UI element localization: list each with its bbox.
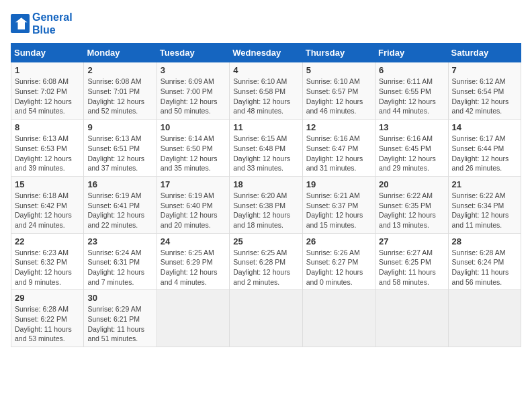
day-cell-21: 21Sunrise: 6:22 AM Sunset: 6:34 PM Dayli… <box>448 176 521 233</box>
day-details: Sunrise: 6:17 AM Sunset: 6:44 PM Dayligh… <box>452 134 517 173</box>
empty-cell <box>448 290 521 347</box>
day-cell-17: 17Sunrise: 6:19 AM Sunset: 6:40 PM Dayli… <box>157 176 229 233</box>
empty-cell <box>375 290 448 347</box>
day-cell-15: 15Sunrise: 6:18 AM Sunset: 6:42 PM Dayli… <box>11 176 84 233</box>
day-number: 25 <box>233 236 298 246</box>
day-details: Sunrise: 6:19 AM Sunset: 6:40 PM Dayligh… <box>161 191 226 230</box>
header-row: SundayMondayTuesdayWednesdayThursdayFrid… <box>11 44 521 62</box>
day-number: 16 <box>87 179 152 189</box>
day-details: Sunrise: 6:25 AM Sunset: 6:28 PM Dayligh… <box>233 248 298 287</box>
day-details: Sunrise: 6:10 AM Sunset: 6:57 PM Dayligh… <box>306 77 371 116</box>
day-number: 26 <box>306 236 371 246</box>
header-cell-monday: Monday <box>84 44 157 62</box>
day-cell-29: 29Sunrise: 6:28 AM Sunset: 6:22 PM Dayli… <box>11 290 84 347</box>
day-cell-27: 27Sunrise: 6:27 AM Sunset: 6:25 PM Dayli… <box>375 233 448 290</box>
day-details: Sunrise: 6:28 AM Sunset: 6:22 PM Dayligh… <box>15 304 80 344</box>
day-details: Sunrise: 6:08 AM Sunset: 7:02 PM Dayligh… <box>15 77 80 116</box>
day-details: Sunrise: 6:18 AM Sunset: 6:42 PM Dayligh… <box>15 191 80 230</box>
calendar-week-row: 8Sunrise: 6:13 AM Sunset: 6:53 PM Daylig… <box>11 120 521 177</box>
day-cell-28: 28Sunrise: 6:28 AM Sunset: 6:24 PM Dayli… <box>448 233 521 290</box>
day-cell-6: 6Sunrise: 6:11 AM Sunset: 6:55 PM Daylig… <box>375 62 448 120</box>
day-cell-4: 4Sunrise: 6:10 AM Sunset: 6:58 PM Daylig… <box>230 62 302 120</box>
day-cell-2: 2Sunrise: 6:08 AM Sunset: 7:01 PM Daylig… <box>84 62 157 120</box>
day-number: 20 <box>379 179 444 189</box>
empty-cell <box>302 290 375 347</box>
header-cell-thursday: Thursday <box>302 44 375 62</box>
day-details: Sunrise: 6:13 AM Sunset: 6:51 PM Dayligh… <box>87 134 152 173</box>
header-cell-wednesday: Wednesday <box>230 44 302 62</box>
day-number: 14 <box>452 122 517 132</box>
day-cell-25: 25Sunrise: 6:25 AM Sunset: 6:28 PM Dayli… <box>230 233 302 290</box>
day-number: 28 <box>452 236 517 246</box>
day-details: Sunrise: 6:10 AM Sunset: 6:58 PM Dayligh… <box>233 77 298 116</box>
day-details: Sunrise: 6:28 AM Sunset: 6:24 PM Dayligh… <box>452 248 517 287</box>
day-cell-13: 13Sunrise: 6:16 AM Sunset: 6:45 PM Dayli… <box>375 120 448 177</box>
day-cell-8: 8Sunrise: 6:13 AM Sunset: 6:53 PM Daylig… <box>11 120 84 177</box>
day-details: Sunrise: 6:08 AM Sunset: 7:01 PM Dayligh… <box>87 77 152 116</box>
day-number: 18 <box>233 179 298 189</box>
day-cell-22: 22Sunrise: 6:23 AM Sunset: 6:32 PM Dayli… <box>11 233 84 290</box>
calendar-body: 1Sunrise: 6:08 AM Sunset: 7:02 PM Daylig… <box>11 62 521 347</box>
day-cell-10: 10Sunrise: 6:14 AM Sunset: 6:50 PM Dayli… <box>157 120 229 177</box>
day-number: 6 <box>379 65 444 75</box>
day-details: Sunrise: 6:21 AM Sunset: 6:37 PM Dayligh… <box>306 191 371 230</box>
calendar-week-row: 15Sunrise: 6:18 AM Sunset: 6:42 PM Dayli… <box>11 176 521 233</box>
header-cell-friday: Friday <box>375 44 448 62</box>
day-cell-3: 3Sunrise: 6:09 AM Sunset: 7:00 PM Daylig… <box>157 62 229 120</box>
day-cell-14: 14Sunrise: 6:17 AM Sunset: 6:44 PM Dayli… <box>448 120 521 177</box>
day-number: 5 <box>306 65 371 75</box>
day-cell-16: 16Sunrise: 6:19 AM Sunset: 6:41 PM Dayli… <box>84 176 157 233</box>
calendar-week-row: 22Sunrise: 6:23 AM Sunset: 6:32 PM Dayli… <box>11 233 521 290</box>
day-number: 21 <box>452 179 517 189</box>
header-cell-sunday: Sunday <box>11 44 84 62</box>
day-details: Sunrise: 6:15 AM Sunset: 6:48 PM Dayligh… <box>233 134 298 173</box>
day-details: Sunrise: 6:27 AM Sunset: 6:25 PM Dayligh… <box>379 248 444 287</box>
day-number: 15 <box>15 179 80 189</box>
logo: General Blue <box>11 11 73 36</box>
day-cell-12: 12Sunrise: 6:16 AM Sunset: 6:47 PM Dayli… <box>302 120 375 177</box>
day-cell-30: 30Sunrise: 6:29 AM Sunset: 6:21 PM Dayli… <box>84 290 157 347</box>
day-details: Sunrise: 6:11 AM Sunset: 6:55 PM Dayligh… <box>379 77 444 116</box>
day-details: Sunrise: 6:23 AM Sunset: 6:32 PM Dayligh… <box>15 248 80 287</box>
day-number: 11 <box>233 122 298 132</box>
calendar-week-row: 1Sunrise: 6:08 AM Sunset: 7:02 PM Daylig… <box>11 62 521 120</box>
header-cell-saturday: Saturday <box>448 44 521 62</box>
day-cell-7: 7Sunrise: 6:12 AM Sunset: 6:54 PM Daylig… <box>448 62 521 120</box>
day-number: 9 <box>87 122 152 132</box>
day-cell-19: 19Sunrise: 6:21 AM Sunset: 6:37 PM Dayli… <box>302 176 375 233</box>
day-number: 30 <box>87 293 152 303</box>
logo-text: General Blue <box>32 11 73 36</box>
day-details: Sunrise: 6:16 AM Sunset: 6:47 PM Dayligh… <box>306 134 371 173</box>
day-number: 7 <box>452 65 517 75</box>
day-details: Sunrise: 6:25 AM Sunset: 6:29 PM Dayligh… <box>161 248 226 287</box>
day-number: 27 <box>379 236 444 246</box>
day-cell-18: 18Sunrise: 6:20 AM Sunset: 6:38 PM Dayli… <box>230 176 302 233</box>
day-details: Sunrise: 6:26 AM Sunset: 6:27 PM Dayligh… <box>306 248 371 287</box>
day-details: Sunrise: 6:16 AM Sunset: 6:45 PM Dayligh… <box>379 134 444 173</box>
empty-cell <box>157 290 229 347</box>
day-number: 4 <box>233 65 298 75</box>
day-number: 19 <box>306 179 371 189</box>
day-details: Sunrise: 6:22 AM Sunset: 6:35 PM Dayligh… <box>379 191 444 230</box>
header: General Blue <box>11 11 521 36</box>
calendar-header: SundayMondayTuesdayWednesdayThursdayFrid… <box>11 44 521 62</box>
calendar-table: SundayMondayTuesdayWednesdayThursdayFrid… <box>11 43 521 347</box>
day-number: 17 <box>161 179 226 189</box>
day-number: 13 <box>379 122 444 132</box>
day-number: 24 <box>161 236 226 246</box>
day-cell-1: 1Sunrise: 6:08 AM Sunset: 7:02 PM Daylig… <box>11 62 84 120</box>
day-details: Sunrise: 6:14 AM Sunset: 6:50 PM Dayligh… <box>161 134 226 173</box>
day-number: 23 <box>87 236 152 246</box>
day-cell-9: 9Sunrise: 6:13 AM Sunset: 6:51 PM Daylig… <box>84 120 157 177</box>
calendar-week-row: 29Sunrise: 6:28 AM Sunset: 6:22 PM Dayli… <box>11 290 521 347</box>
day-number: 8 <box>15 122 80 132</box>
day-details: Sunrise: 6:22 AM Sunset: 6:34 PM Dayligh… <box>452 191 517 230</box>
day-cell-20: 20Sunrise: 6:22 AM Sunset: 6:35 PM Dayli… <box>375 176 448 233</box>
day-details: Sunrise: 6:24 AM Sunset: 6:31 PM Dayligh… <box>87 248 152 287</box>
day-number: 2 <box>87 65 152 75</box>
day-cell-23: 23Sunrise: 6:24 AM Sunset: 6:31 PM Dayli… <box>84 233 157 290</box>
day-cell-5: 5Sunrise: 6:10 AM Sunset: 6:57 PM Daylig… <box>302 62 375 120</box>
day-number: 29 <box>15 293 80 303</box>
day-number: 12 <box>306 122 371 132</box>
day-cell-26: 26Sunrise: 6:26 AM Sunset: 6:27 PM Dayli… <box>302 233 375 290</box>
